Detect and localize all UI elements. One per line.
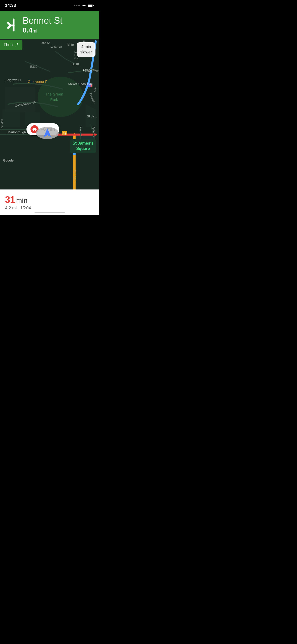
svg-text:A4: A4 <box>62 132 66 135</box>
svg-text:B310: B310 <box>72 62 79 66</box>
status-bar: 14:33 <box>0 0 99 11</box>
eta-min-label: min <box>16 197 27 205</box>
map-roads: ⛽ ane St Logan Ln B319 Boo... Hyde Pa...… <box>0 39 99 189</box>
turn-arrow-icon <box>5 17 20 33</box>
svg-text:Grosvenor Pl: Grosvenor Pl <box>28 80 48 84</box>
bottom-bar: 31 min 4.2 mi · 15:04 <box>0 189 99 215</box>
svg-text:Ga...: Ga... <box>74 57 80 60</box>
svg-marker-39 <box>43 128 51 137</box>
wifi-icon <box>82 4 86 7</box>
status-time: 14:33 <box>5 3 16 8</box>
svg-text:ane St: ane St <box>42 41 50 44</box>
slower-bubble: 4 min slower <box>77 42 95 57</box>
street-name: Bennet St <box>23 16 62 26</box>
map-area: ⛽ ane St Logan Ln B319 Boo... Hyde Pa...… <box>0 39 99 189</box>
google-logo: Google <box>3 158 14 162</box>
svg-text:City: City <box>93 87 96 92</box>
home-indicator <box>35 212 65 213</box>
svg-text:Pall Mall: Pall Mall <box>73 170 77 182</box>
svg-rect-5 <box>74 135 94 152</box>
status-icons <box>74 4 94 7</box>
svg-text:Belgrave Pl: Belgrave Pl <box>6 78 21 82</box>
signal-icon <box>74 5 80 6</box>
svg-text:Logan Ln: Logan Ln <box>50 45 62 48</box>
svg-text:Ryder St: Ryder St <box>92 126 95 138</box>
battery-icon <box>88 4 94 7</box>
svg-text:Wilton Row: Wilton Row <box>83 69 98 73</box>
svg-text:The Mall: The Mall <box>1 119 4 130</box>
slower-text: 4 min slower <box>80 44 92 55</box>
eta-time: 31 min <box>5 195 94 205</box>
svg-text:St Ja...: St Ja... <box>87 114 97 118</box>
svg-text:The Green: The Green <box>45 92 63 96</box>
then-arrow-icon: ↱ <box>15 42 19 48</box>
distance: 0.4mi <box>23 26 62 34</box>
nav-arrow-container <box>36 127 59 139</box>
svg-text:Crescent Petroleum: Crescent Petroleum <box>68 82 92 85</box>
eta-minutes: 31 <box>5 195 15 205</box>
then-label: Then <box>4 43 13 47</box>
svg-text:Park: Park <box>50 97 58 102</box>
eta-details: 4.2 mi · 15:04 <box>5 206 94 211</box>
svg-text:King St: King St <box>79 126 82 136</box>
svg-rect-6 <box>5 87 35 112</box>
nav-arrow-oval <box>36 127 59 139</box>
nav-info: Bennet St 0.4mi <box>23 16 62 34</box>
svg-text:B310: B310 <box>30 65 37 69</box>
then-instruction-box: Then ↱ <box>0 40 22 50</box>
svg-point-37 <box>33 130 34 131</box>
svg-text:B319: B319 <box>67 43 74 47</box>
nav-header: Bennet St 0.4mi <box>0 11 99 39</box>
svg-rect-1 <box>88 5 92 7</box>
